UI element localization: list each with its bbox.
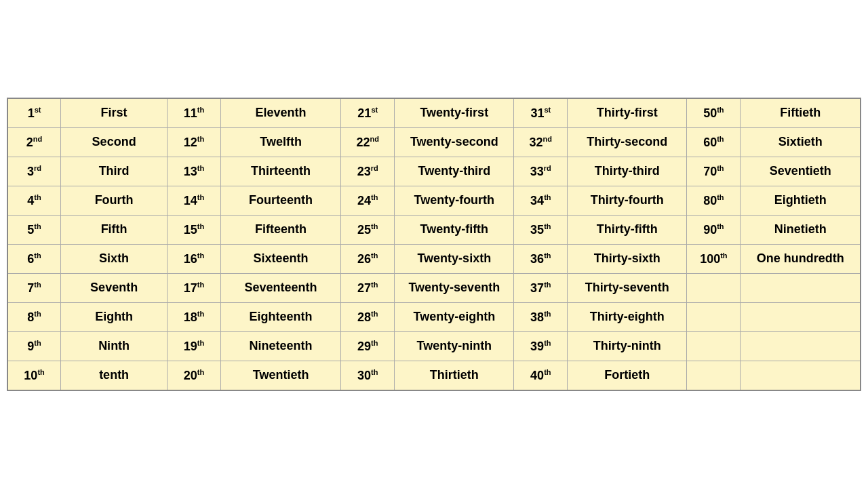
num-cell: 1st <box>7 98 61 128</box>
num-cell: 12th <box>167 127 221 157</box>
word-cell: Thirty-third <box>568 157 687 186</box>
word-cell: Fourteenth <box>220 186 341 215</box>
word-cell: Seventeenth <box>220 273 341 302</box>
num-cell: 20th <box>167 361 221 390</box>
word-cell: Thirty-fifth <box>568 215 687 244</box>
word-cell: tenth <box>61 361 167 390</box>
num-cell: 90th <box>687 215 741 244</box>
num-cell: 80th <box>687 186 741 215</box>
num-cell <box>687 361 741 390</box>
num-cell <box>687 331 741 361</box>
num-cell: 16th <box>167 244 221 273</box>
num-cell: 33rd <box>514 157 568 186</box>
num-cell: 14th <box>167 186 221 215</box>
num-cell <box>687 273 741 302</box>
num-cell: 38th <box>514 302 568 331</box>
word-cell: Twelfth <box>220 127 341 157</box>
num-cell: 34th <box>514 186 568 215</box>
word-cell: Fiftieth <box>741 98 861 128</box>
num-cell: 29th <box>341 331 395 361</box>
word-cell: Thirty-ninth <box>568 331 687 361</box>
word-cell: Twenty-sixth <box>395 244 514 273</box>
word-cell: Eightieth <box>741 186 861 215</box>
num-cell: 32nd <box>514 127 568 157</box>
word-cell: Eighth <box>61 302 167 331</box>
word-cell: Twenty-seventh <box>395 273 514 302</box>
word-cell: Ninetieth <box>741 215 861 244</box>
word-cell: Twenty-fifth <box>395 215 514 244</box>
ordinal-numbers-table: 1stFirst11thEleventh21stTwenty-first31st… <box>7 98 861 391</box>
word-cell: Thirty-eighth <box>568 302 687 331</box>
num-cell: 28th <box>341 302 395 331</box>
word-cell: Thirteenth <box>220 157 341 186</box>
word-cell: Fortieth <box>568 361 687 390</box>
num-cell: 36th <box>514 244 568 273</box>
num-cell: 27th <box>341 273 395 302</box>
word-cell: Nineteenth <box>220 331 341 361</box>
num-cell: 18th <box>167 302 221 331</box>
word-cell: Thirty-second <box>568 127 687 157</box>
num-cell: 60th <box>687 127 741 157</box>
word-cell: Twenty-ninth <box>395 331 514 361</box>
num-cell: 23rd <box>341 157 395 186</box>
word-cell: One hundredth <box>741 244 861 273</box>
word-cell: Thirty-first <box>568 98 687 128</box>
word-cell: Sixteenth <box>220 244 341 273</box>
num-cell: 13th <box>167 157 221 186</box>
num-cell: 5th <box>7 215 61 244</box>
word-cell <box>741 302 861 331</box>
word-cell: Fifteenth <box>220 215 341 244</box>
word-cell <box>741 361 861 390</box>
word-cell: Fourth <box>61 186 167 215</box>
num-cell: 24th <box>341 186 395 215</box>
word-cell: Eleventh <box>220 98 341 128</box>
word-cell: Twentieth <box>220 361 341 390</box>
num-cell: 15th <box>167 215 221 244</box>
num-cell: 37th <box>514 273 568 302</box>
num-cell: 8th <box>7 302 61 331</box>
num-cell: 25th <box>341 215 395 244</box>
word-cell: Thirty-fourth <box>568 186 687 215</box>
num-cell: 100th <box>687 244 741 273</box>
word-cell: First <box>61 98 167 128</box>
num-cell: 7th <box>7 273 61 302</box>
word-cell: Twenty-first <box>395 98 514 128</box>
num-cell: 40th <box>514 361 568 390</box>
num-cell: 6th <box>7 244 61 273</box>
word-cell: Seventh <box>61 273 167 302</box>
num-cell: 35th <box>514 215 568 244</box>
word-cell: Eighteenth <box>220 302 341 331</box>
word-cell: Twenty-second <box>395 127 514 157</box>
num-cell: 9th <box>7 331 61 361</box>
word-cell: Twenty-fourth <box>395 186 514 215</box>
num-cell: 39th <box>514 331 568 361</box>
word-cell <box>741 273 861 302</box>
word-cell: Thirtieth <box>395 361 514 390</box>
num-cell: 19th <box>167 331 221 361</box>
word-cell: Thirty-seventh <box>568 273 687 302</box>
word-cell: Ninth <box>61 331 167 361</box>
table-wrapper: 1stFirst11thEleventh21stTwenty-first31st… <box>0 91 868 398</box>
num-cell: 21st <box>341 98 395 128</box>
num-cell: 70th <box>687 157 741 186</box>
word-cell: Twenty-third <box>395 157 514 186</box>
num-cell: 17th <box>167 273 221 302</box>
num-cell: 50th <box>687 98 741 128</box>
num-cell: 2nd <box>7 127 61 157</box>
num-cell: 11th <box>167 98 221 128</box>
word-cell: Fifth <box>61 215 167 244</box>
word-cell: Thirty-sixth <box>568 244 687 273</box>
word-cell: Second <box>61 127 167 157</box>
word-cell: Twenty-eighth <box>395 302 514 331</box>
word-cell <box>741 331 861 361</box>
num-cell: 3rd <box>7 157 61 186</box>
num-cell: 30th <box>341 361 395 390</box>
num-cell <box>687 302 741 331</box>
word-cell: Sixtieth <box>741 127 861 157</box>
word-cell: Seventieth <box>741 157 861 186</box>
num-cell: 4th <box>7 186 61 215</box>
word-cell: Sixth <box>61 244 167 273</box>
num-cell: 31st <box>514 98 568 128</box>
word-cell: Third <box>61 157 167 186</box>
num-cell: 22nd <box>341 127 395 157</box>
